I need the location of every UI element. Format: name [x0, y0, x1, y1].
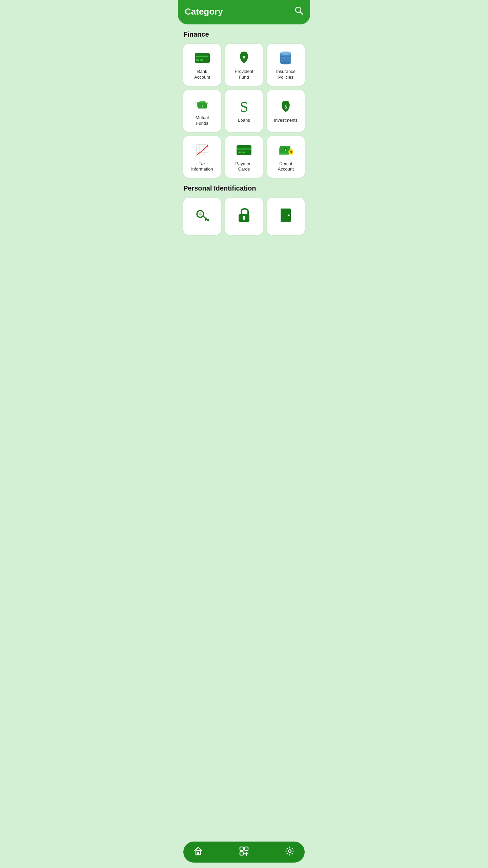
- demat-account-icon: $ $: [278, 143, 293, 158]
- personal-identification-section: Personal Identification: [183, 184, 305, 235]
- svg-text:$: $: [290, 151, 292, 154]
- app-container: Category Finance: [178, 0, 310, 286]
- svg-text:$: $: [285, 148, 286, 151]
- passwords-card[interactable]: [183, 198, 221, 235]
- page-title: Category: [185, 6, 223, 17]
- svg-point-11: [280, 52, 291, 55]
- svg-rect-2: [195, 53, 210, 63]
- investments-icon: $: [279, 99, 292, 114]
- personal-identification-grid: [183, 198, 305, 235]
- svg-marker-29: [206, 145, 209, 147]
- payment-cards-icon: [237, 143, 251, 158]
- mutual-funds-icon: $: [195, 97, 209, 112]
- svg-text:$: $: [243, 55, 245, 60]
- personal-identification-title: Personal Identification: [183, 184, 305, 192]
- investments-card[interactable]: $ Investments: [267, 90, 305, 132]
- loans-label: Loans: [238, 118, 250, 123]
- lock-open-card[interactable]: [225, 198, 263, 235]
- search-icon[interactable]: [294, 6, 303, 17]
- svg-text:$: $: [201, 105, 203, 108]
- key-icon: [196, 208, 209, 223]
- lock-open-icon: [238, 208, 250, 223]
- svg-point-50: [288, 215, 290, 216]
- tax-information-label: Taxinformation: [191, 161, 213, 173]
- loans-card[interactable]: $ Loans: [225, 90, 263, 132]
- svg-point-42: [199, 212, 202, 216]
- svg-rect-12: [280, 56, 291, 57]
- payment-cards-card[interactable]: PaymentCards: [225, 136, 263, 178]
- finance-grid: BankAccount $ ProvidentFund: [183, 44, 305, 178]
- payment-cards-label: PaymentCards: [235, 161, 252, 173]
- bank-account-icon: [195, 51, 210, 65]
- id-card-icon: [280, 208, 291, 223]
- insurance-policies-card[interactable]: InsurancePolicies: [267, 44, 305, 86]
- provident-fund-icon: $: [238, 51, 250, 65]
- tax-information-card[interactable]: Taxinformation: [183, 136, 221, 178]
- finance-section-title: Finance: [183, 31, 305, 38]
- svg-rect-4: [196, 59, 199, 61]
- svg-text:$: $: [240, 100, 248, 114]
- svg-rect-13: [280, 59, 291, 60]
- header: Category: [178, 0, 310, 24]
- id-card-card[interactable]: [267, 198, 305, 235]
- svg-rect-5: [200, 59, 203, 61]
- loans-icon: $: [239, 99, 249, 114]
- mutual-funds-card[interactable]: $ MutualFunds: [183, 90, 221, 132]
- insurance-policies-label: InsurancePolicies: [276, 69, 296, 80]
- main-content: Finance BankAccount: [178, 24, 310, 286]
- svg-rect-31: [237, 148, 251, 150]
- bank-account-card[interactable]: BankAccount: [183, 44, 221, 86]
- svg-point-10: [280, 61, 291, 64]
- svg-line-1: [300, 12, 303, 14]
- svg-rect-3: [196, 56, 208, 57]
- provident-fund-card[interactable]: $ ProvidentFund: [225, 44, 263, 86]
- svg-rect-48: [243, 217, 245, 220]
- tax-information-icon: [196, 143, 209, 158]
- provident-fund-label: ProvidentFund: [235, 69, 253, 80]
- insurance-policies-icon: [279, 51, 292, 65]
- finance-section: Finance BankAccount: [183, 31, 305, 178]
- svg-text:$: $: [285, 104, 287, 110]
- mutual-funds-label: MutualFunds: [196, 115, 209, 126]
- svg-rect-32: [238, 152, 241, 153]
- demat-account-card[interactable]: $ $ DematAccount: [267, 136, 305, 178]
- svg-rect-33: [242, 152, 245, 153]
- investments-label: Investments: [274, 118, 298, 123]
- demat-account-label: DematAccount: [278, 161, 294, 173]
- bank-account-label: BankAccount: [194, 69, 210, 80]
